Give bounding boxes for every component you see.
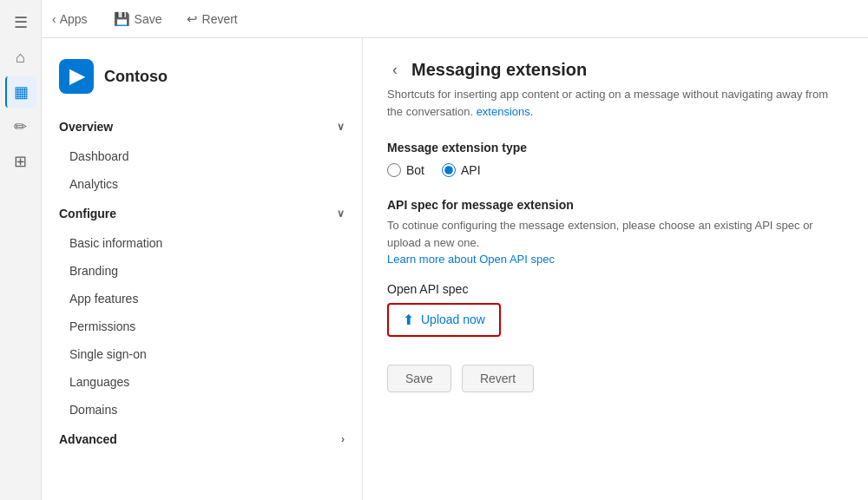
radio-api-input[interactable]	[442, 163, 456, 177]
radio-api-option[interactable]: API	[442, 163, 481, 177]
sidebar-item-app-features[interactable]: App features	[42, 285, 362, 312]
footer-revert-button[interactable]: Revert	[462, 365, 534, 392]
app-name: Contoso	[104, 68, 168, 86]
sidebar-item-basic-information[interactable]: Basic information	[42, 229, 362, 257]
sidebar-item-languages[interactable]: Languages	[42, 368, 362, 396]
content-area: ‹ Messaging extension Shortcuts for inse…	[363, 38, 868, 500]
message-extension-type-section: Message extension type Bot API	[387, 141, 844, 177]
icon-rail: ☰ ⌂ ▦ ✏ ⊞	[0, 0, 42, 500]
body-area: ▶ Contoso Overview ∨ Dashboard Analytics…	[42, 38, 868, 500]
sidebar-item-sso[interactable]: Single sign-on	[42, 340, 362, 368]
sidebar-item-domains[interactable]: Domains	[42, 396, 362, 424]
advanced-chevron-icon: ›	[341, 433, 345, 445]
breadcrumb-back[interactable]: ‹ Apps	[52, 12, 88, 26]
sidebar-item-dashboard[interactable]: Dashboard	[42, 142, 362, 170]
sidebar: ▶ Contoso Overview ∨ Dashboard Analytics…	[42, 38, 363, 500]
save-button[interactable]: 💾 Save	[108, 8, 168, 30]
main-wrapper: ‹ Apps 💾 Save ↩ Revert ▶ Contoso	[42, 0, 868, 500]
sidebar-item-analytics[interactable]: Analytics	[42, 170, 362, 198]
footer-save-button[interactable]: Save	[387, 365, 451, 392]
message-type-label: Message extension type	[387, 141, 844, 155]
grid-icon[interactable]: ⊞	[5, 146, 36, 177]
upload-now-button[interactable]: ⬆ Upload now	[387, 303, 501, 337]
upload-icon: ⬆	[403, 312, 414, 328]
app-header: ▶ Contoso	[42, 52, 362, 111]
toolbar-actions: 💾 Save ↩ Revert	[108, 8, 243, 30]
top-bar: ‹ Apps 💾 Save ↩ Revert	[42, 0, 868, 38]
content-back-button[interactable]: ‹	[387, 59, 403, 81]
overview-section-header[interactable]: Overview ∨	[42, 111, 362, 142]
radio-bot-option[interactable]: Bot	[387, 163, 424, 177]
overview-chevron-icon: ∨	[337, 121, 345, 133]
sidebar-item-branding[interactable]: Branding	[42, 257, 362, 285]
content-header: ‹ Messaging extension	[387, 59, 844, 81]
back-chevron-icon: ‹	[52, 12, 56, 26]
app-icon: ▶	[59, 59, 94, 94]
save-icon: 💾	[114, 11, 130, 27]
advanced-section-header[interactable]: Advanced ›	[42, 424, 362, 455]
apps-breadcrumb-label: Apps	[60, 12, 88, 26]
apps-icon[interactable]: ▦	[5, 76, 36, 108]
home-icon[interactable]: ⌂	[5, 42, 36, 73]
radio-bot-input[interactable]	[387, 163, 401, 177]
extensions-link[interactable]: extensions.	[477, 105, 534, 118]
page-title: Messaging extension	[411, 60, 587, 80]
footer-actions: Save Revert	[387, 365, 844, 392]
hamburger-icon[interactable]: ☰	[5, 7, 36, 38]
configure-chevron-icon: ∨	[337, 207, 345, 220]
edit-icon[interactable]: ✏	[5, 111, 36, 142]
learn-more-link[interactable]: Learn more about Open API spec	[387, 253, 555, 266]
upload-now-label: Upload now	[421, 312, 485, 326]
api-spec-section: API spec for message extension To cotinu…	[387, 198, 844, 337]
sidebar-item-permissions[interactable]: Permissions	[42, 312, 362, 340]
api-spec-desc: To cotinue configuring the message exten…	[387, 217, 844, 268]
revert-icon: ↩	[187, 11, 198, 27]
revert-button[interactable]: ↩ Revert	[181, 8, 243, 30]
radio-group: Bot API	[387, 163, 844, 177]
api-spec-title: API spec for message extension	[387, 198, 844, 212]
configure-section-header[interactable]: Configure ∨	[42, 198, 362, 229]
content-description: Shortcuts for inserting app content or a…	[387, 86, 844, 120]
open-api-label: Open API spec	[387, 282, 844, 296]
